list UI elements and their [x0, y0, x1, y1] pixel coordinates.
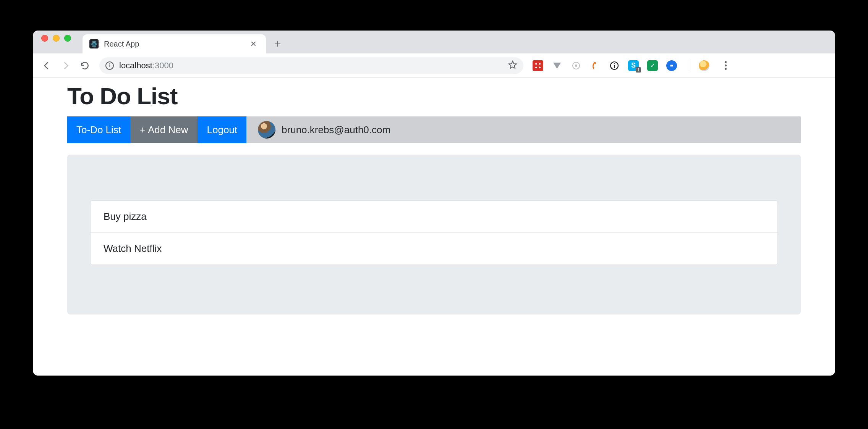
extension-icon[interactable]: [666, 60, 677, 71]
todo-panel: Buy pizza Watch Netflix: [67, 155, 801, 314]
skype-icon[interactable]: S 1: [628, 60, 639, 71]
react-favicon-icon: [89, 39, 99, 48]
svg-point-11: [575, 65, 577, 67]
browser-toolbar: i localhost:3000: [33, 53, 835, 78]
tab-close-icon[interactable]: ✕: [248, 38, 259, 50]
extension-icon[interactable]: ✓: [647, 60, 658, 71]
back-button[interactable]: [38, 57, 55, 74]
badge-count: 1: [636, 67, 641, 73]
bookmark-star-icon[interactable]: [508, 60, 517, 71]
address-bar[interactable]: i localhost:3000: [99, 57, 523, 74]
extension-icon[interactable]: [590, 60, 601, 71]
extension-icon[interactable]: [533, 60, 543, 71]
svg-marker-9: [553, 63, 561, 69]
extensions-row: S 1 ✓: [530, 60, 736, 71]
window-minimize-button[interactable]: [53, 35, 60, 42]
app-navbar: To-Do List + Add New Logout bruno.krebs@…: [67, 116, 801, 143]
svg-point-7: [535, 66, 537, 68]
site-info-icon[interactable]: i: [105, 61, 114, 70]
user-avatar-icon: [258, 121, 275, 139]
page-title: To Do List: [67, 82, 801, 110]
url-host: localhost: [119, 61, 152, 70]
user-email: bruno.krebs@auth0.com: [282, 124, 390, 136]
vue-devtools-icon[interactable]: [552, 60, 562, 71]
new-tab-button[interactable]: +: [266, 34, 290, 53]
reload-button[interactable]: [76, 57, 93, 74]
svg-rect-14: [614, 63, 615, 64]
url-text: localhost:3000: [119, 61, 173, 71]
svg-rect-16: [670, 65, 673, 66]
svg-rect-15: [614, 65, 615, 68]
svg-point-5: [535, 63, 537, 64]
add-new-button[interactable]: + Add New: [130, 116, 197, 143]
logout-button[interactable]: Logout: [198, 116, 247, 143]
svg-point-0: [93, 43, 94, 44]
todo-list-button[interactable]: To-Do List: [67, 116, 130, 143]
extension-icon[interactable]: [609, 60, 620, 71]
svg-point-6: [539, 63, 541, 64]
tab-title: React App: [104, 40, 243, 48]
todo-list: Buy pizza Watch Netflix: [90, 200, 778, 265]
window-zoom-button[interactable]: [64, 35, 71, 42]
browser-tab[interactable]: React App ✕: [83, 34, 266, 53]
list-item[interactable]: Watch Netflix: [91, 233, 777, 264]
svg-point-12: [594, 62, 596, 63]
separator: [688, 60, 688, 71]
profile-avatar-icon[interactable]: [699, 60, 709, 71]
url-port: :3000: [152, 61, 173, 70]
window-controls: [41, 31, 71, 53]
window-close-button[interactable]: [41, 35, 48, 42]
user-chip: bruno.krebs@auth0.com: [258, 121, 390, 139]
extension-icon[interactable]: [571, 60, 581, 71]
svg-point-8: [539, 66, 541, 68]
list-item[interactable]: Buy pizza: [91, 201, 777, 233]
page-content: To Do List To-Do List + Add New Logout b…: [33, 78, 835, 376]
browser-window: React App ✕ + i localhost:3000: [33, 31, 835, 376]
forward-button[interactable]: [57, 57, 74, 74]
tab-strip: React App ✕ +: [33, 31, 835, 53]
browser-menu-button[interactable]: [718, 61, 733, 70]
svg-marker-4: [509, 61, 517, 68]
